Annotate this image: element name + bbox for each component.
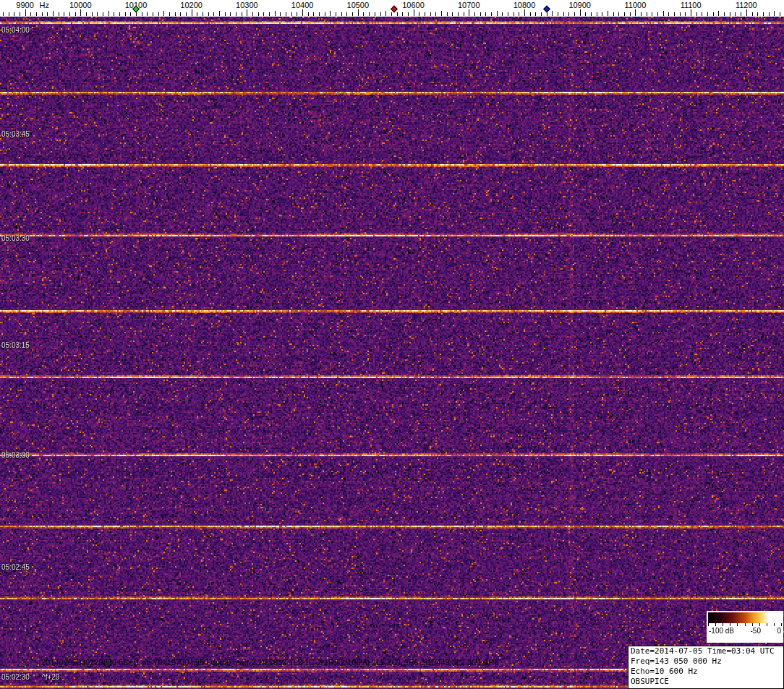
ruler-tick [53, 11, 54, 16]
ruler-tick [97, 12, 98, 16]
ruler-tick [497, 11, 498, 16]
ruler-tick [186, 12, 187, 16]
freq-tick-label: 9900 [16, 1, 33, 9]
ruler-tick [635, 9, 636, 16]
ruler-tick [647, 12, 647, 16]
frequency-ruler[interactable]: 9900100001010010200103001040010500106001… [0, 0, 784, 17]
ruler-tick [597, 12, 597, 16]
ruler-tick [568, 12, 569, 16]
ruler-tick [558, 12, 558, 16]
ruler-tick [25, 9, 26, 16]
ruler-tick [408, 12, 409, 16]
ruler-tick [114, 12, 114, 16]
freq-tick-label: 10400 [291, 1, 314, 9]
ruler-tick [746, 9, 747, 16]
ruler-tick [42, 12, 43, 16]
ruler-tick [208, 12, 209, 16]
ruler-tick [630, 12, 631, 16]
ruler-tick [702, 12, 702, 16]
ruler-tick [80, 9, 81, 16]
ruler-tick [674, 12, 675, 16]
ruler-tick [252, 12, 253, 16]
ruler-tick [36, 12, 37, 16]
ruler-tick [20, 12, 20, 16]
ruler-tick [175, 12, 176, 16]
ruler-tick [275, 11, 276, 16]
ruler-tick [291, 12, 292, 16]
spectrogram-window: 9900100001010010200103001040010500106001… [0, 0, 784, 689]
ruler-tick [302, 9, 303, 16]
freq-tick-label: 11000 [625, 1, 647, 9]
ruler-tick [430, 12, 431, 16]
spectrogram-canvas[interactable] [0, 17, 784, 689]
ruler-tick [130, 12, 131, 16]
ruler-tick [391, 12, 392, 16]
ruler-tick [108, 11, 109, 16]
ruler-tick [485, 12, 486, 16]
ruler-tick [680, 12, 681, 16]
ruler-tick [535, 12, 536, 16]
marker-blue-diamond[interactable] [543, 6, 550, 13]
ruler-tick [269, 12, 270, 16]
ruler-tick [730, 12, 730, 16]
ruler-tick [336, 12, 336, 16]
ruler-tick [435, 12, 436, 16]
ruler-tick [464, 12, 464, 16]
freq-tick-label: 10500 [347, 1, 370, 9]
freq-tick-label: 11200 [736, 1, 757, 9]
ruler-tick [325, 12, 325, 16]
ruler-tick [691, 9, 691, 16]
freq-tick-label: 10800 [514, 1, 536, 9]
ruler-tick [724, 12, 725, 16]
ruler-tick [313, 12, 314, 16]
freq-tick-label: 10900 [568, 1, 591, 9]
ruler-tick [414, 9, 414, 16]
ruler-tick [713, 12, 714, 16]
ruler-tick [530, 12, 531, 16]
ruler-tick [552, 11, 553, 16]
ruler-tick [119, 12, 120, 16]
ruler-tick [47, 12, 48, 16]
ruler-tick [103, 12, 103, 16]
ruler-tick [685, 12, 686, 16]
ruler-tick [247, 9, 247, 16]
ruler-tick [491, 12, 492, 16]
ruler-tick [369, 12, 370, 16]
freq-tick-label: 10700 [458, 1, 480, 9]
ruler-tick [69, 12, 70, 16]
ruler-tick [780, 12, 780, 16]
ruler-tick [547, 12, 547, 16]
ruler-tick [580, 9, 581, 16]
ruler-tick [641, 12, 642, 16]
ruler-tick [769, 12, 770, 16]
ruler-tick [280, 12, 281, 16]
ruler-tick [319, 12, 320, 16]
ruler-tick [452, 12, 453, 16]
ruler-tick [236, 12, 237, 16]
ruler-tick [385, 11, 386, 16]
ruler-tick [563, 12, 564, 16]
marker-red-diamond[interactable] [391, 6, 398, 13]
ruler-tick [502, 12, 503, 16]
freq-tick-label: 10600 [402, 1, 425, 9]
ruler-tick [59, 12, 59, 16]
ruler-tick [757, 12, 758, 16]
ruler-tick [341, 12, 342, 16]
ruler-tick [707, 12, 708, 16]
ruler-tick [30, 12, 31, 16]
ruler-tick [125, 12, 126, 16]
ruler-tick [352, 12, 353, 16]
ruler-tick [696, 12, 697, 16]
ruler-tick [514, 12, 514, 16]
ruler-tick [474, 12, 475, 16]
ruler-tick [358, 9, 359, 16]
ruler-tick [163, 11, 164, 16]
ruler-tick [219, 11, 220, 16]
ruler-tick [608, 11, 608, 16]
ruler-tick [774, 11, 775, 16]
ruler-tick [425, 12, 425, 16]
ruler-tick [14, 12, 14, 16]
ruler-tick [308, 12, 309, 16]
ruler-tick [346, 12, 347, 16]
ruler-tick [286, 12, 286, 16]
